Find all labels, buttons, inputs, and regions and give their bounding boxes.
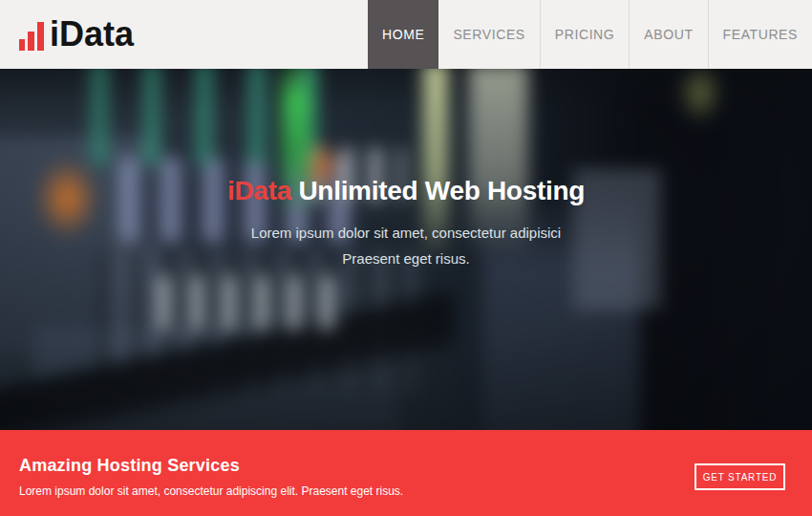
cta-banner-subtext: Lorem ipsum dolor sit amet, consectetur … bbox=[19, 484, 403, 498]
nav-item-features[interactable]: FEATURES bbox=[708, 0, 812, 69]
nav-item-services[interactable]: SERVICES bbox=[438, 0, 539, 69]
hero-title: iData Unlimited Web Hosting bbox=[0, 176, 812, 206]
cta-banner-heading: Amazing Hosting Services bbox=[19, 456, 403, 476]
nav-item-home[interactable]: HOME bbox=[368, 0, 438, 69]
nav-item-pricing[interactable]: PRICING bbox=[540, 0, 630, 69]
hero-content: iData Unlimited Web Hosting Lorem ipsum … bbox=[0, 69, 812, 271]
site-header: iData HOME SERVICES PRICING ABOUT FEATUR… bbox=[0, 0, 812, 69]
bar-chart-icon bbox=[19, 22, 44, 57]
brand-logo[interactable]: iData bbox=[0, 11, 134, 57]
hero-subtitle-line2: Praesent eget risus. bbox=[0, 246, 812, 271]
brand-name: iData bbox=[50, 11, 134, 57]
nav-item-about[interactable]: ABOUT bbox=[629, 0, 707, 69]
cta-banner-text: Amazing Hosting Services Lorem ipsum dol… bbox=[19, 456, 403, 498]
hero-title-rest: Unlimited Web Hosting bbox=[298, 176, 585, 205]
get-started-button[interactable]: GET STARTED bbox=[694, 463, 785, 490]
hero-title-highlight: iData bbox=[227, 176, 291, 205]
main-nav: HOME SERVICES PRICING ABOUT FEATURES bbox=[368, 0, 812, 69]
hero-subtitle: Lorem ipsum dolor sit amet, consectetur … bbox=[0, 220, 812, 271]
hero-section: iData Unlimited Web Hosting Lorem ipsum … bbox=[0, 69, 812, 430]
hero-subtitle-line1: Lorem ipsum dolor sit amet, consectetur … bbox=[0, 220, 812, 246]
cta-banner: Amazing Hosting Services Lorem ipsum dol… bbox=[0, 430, 812, 516]
